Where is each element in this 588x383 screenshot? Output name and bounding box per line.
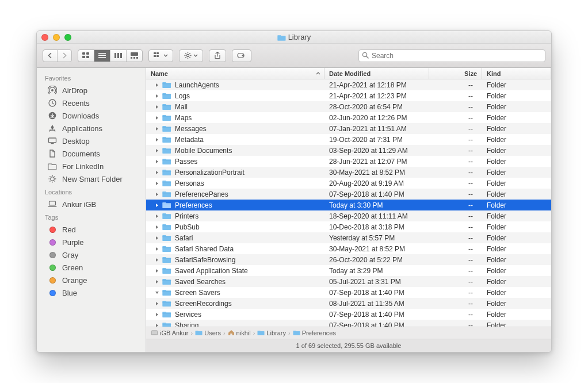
disclosure-triangle-icon[interactable] [154,214,160,219]
view-icons-button[interactable] [78,50,94,62]
disclosure-triangle-icon[interactable] [154,290,160,295]
sidebar-item[interactable]: Downloads [37,109,146,122]
action-button[interactable] [179,49,203,62]
file-row[interactable]: LaunchAgents21-Apr-2021 at 12:18 PM--Fol… [146,79,551,90]
file-row[interactable]: Personas20-Aug-2020 at 9:19 AM--Folder [146,178,551,189]
sidebar[interactable]: FavoritesAirDropRecentsDownloadsApplicat… [37,68,146,352]
search-input[interactable] [358,49,545,62]
file-kind: Folder [482,112,551,123]
disclosure-triangle-icon[interactable] [154,312,160,317]
file-row[interactable]: Services07-Sep-2018 at 1:40 PM--Folder [146,309,551,320]
titlebar[interactable]: Library [37,31,551,44]
svg-rect-0 [82,52,85,55]
file-row[interactable]: Printers18-Sep-2020 at 11:11 AM--Folder [146,210,551,221]
sidebar-item[interactable]: Applications [37,122,146,135]
file-row[interactable]: Maps02-Jun-2020 at 12:26 PM--Folder [146,112,551,123]
file-row[interactable]: PersonalizationPortrait30-May-2021 at 8:… [146,167,551,178]
sidebar-item[interactable]: Purple [37,236,146,248]
disclosure-triangle-icon[interactable] [154,94,160,98]
file-row[interactable]: Mobile Documents03-Sep-2020 at 11:29 AM-… [146,145,551,156]
tags-button[interactable] [232,49,251,62]
disclosure-triangle-icon[interactable] [154,105,160,109]
file-row[interactable]: Messages07-Jan-2021 at 11:51 AM--Folder [146,123,551,134]
sidebar-item[interactable]: AirDrop [37,84,146,97]
back-button[interactable] [43,50,58,62]
path-bar[interactable]: iGB Ankur›Users›nikhil›Library›Preferenc… [146,327,551,339]
file-row[interactable]: Sharing07-Sep-2018 at 1:40 PM--Folder [146,320,551,327]
file-list[interactable]: LaunchAgents21-Apr-2021 at 12:18 PM--Fol… [146,79,551,327]
disclosure-triangle-icon[interactable] [154,170,160,175]
column-kind[interactable]: Kind [482,68,551,79]
sidebar-item[interactable]: For LinkedIn [37,160,146,173]
path-segment[interactable]: Preferences [293,330,336,337]
file-size: -- [429,320,482,327]
minimize-button[interactable] [53,34,60,41]
disclosure-triangle-icon[interactable] [154,279,160,284]
disclosure-triangle-icon[interactable] [154,192,160,197]
zoom-button[interactable] [64,34,71,41]
column-date[interactable]: Date Modified [324,68,429,79]
sidebar-item[interactable]: Documents [37,147,146,160]
arrange-button[interactable] [148,49,173,62]
svg-line-23 [185,53,186,53]
file-row[interactable]: Safari Shared Data30-May-2021 at 8:52 PM… [146,243,551,254]
file-row[interactable]: Metadata19-Oct-2020 at 7:31 PM--Folder [146,134,551,145]
disclosure-triangle-icon[interactable] [154,203,160,208]
file-date: 30-May-2021 at 8:52 PM [324,167,429,178]
sidebar-item-label: Red [62,225,76,234]
sidebar-item[interactable]: Orange [37,274,146,286]
file-size: -- [429,90,482,101]
file-row[interactable]: SafariSafeBrowsing26-Oct-2020 at 5:22 PM… [146,254,551,265]
file-row[interactable]: PreferencePanes07-Sep-2018 at 1:40 PM--F… [146,189,551,200]
disclosure-triangle-icon[interactable] [154,247,160,251]
disclosure-triangle-icon[interactable] [154,236,160,240]
view-list-button[interactable] [94,50,110,62]
file-date: 10-Dec-2018 at 3:18 PM [324,221,429,232]
file-name: Messages [175,125,207,133]
file-row[interactable]: ScreenRecordings08-Jul-2021 at 11:35 AM-… [146,298,551,309]
sidebar-item[interactable]: Ankur iGB [37,198,146,210]
sidebar-item[interactable]: Green [37,261,146,274]
file-kind: Folder [482,167,551,178]
folder-icon [162,311,171,318]
share-button[interactable] [209,49,226,62]
smart-icon [47,174,58,183]
view-gallery-button[interactable] [127,50,142,62]
file-row[interactable]: Saved Application StateToday at 3:29 PM-… [146,265,551,276]
disclosure-triangle-icon[interactable] [154,148,160,153]
column-name[interactable]: Name [146,68,324,79]
sidebar-item[interactable]: New Smart Folder [37,173,146,185]
forward-button[interactable] [58,50,71,62]
disclosure-triangle-icon[interactable] [154,159,160,164]
path-segment[interactable]: Library [257,330,286,337]
sidebar-item[interactable]: Recents [37,97,146,109]
path-segment[interactable]: nikhil [228,330,251,337]
file-row[interactable]: Mail28-Oct-2020 at 6:54 PM--Folder [146,101,551,112]
disclosure-triangle-icon[interactable] [154,269,160,273]
path-segment[interactable]: iGB Ankur [151,330,189,337]
column-size[interactable]: Size [429,68,482,79]
view-columns-button[interactable] [110,50,127,62]
file-row[interactable]: Screen Savers07-Sep-2018 at 1:40 PM--Fol… [146,287,551,298]
file-row[interactable]: Saved Searches05-Jul-2021 at 3:31 PM--Fo… [146,276,551,287]
path-segment[interactable]: Users [195,330,221,337]
disclosure-triangle-icon[interactable] [154,181,160,186]
disclosure-triangle-icon[interactable] [154,225,160,229]
disclosure-triangle-icon[interactable] [154,127,160,131]
disclosure-triangle-icon[interactable] [154,116,160,120]
sidebar-item[interactable]: Red [37,223,146,236]
sidebar-item[interactable]: Desktop [37,135,146,147]
sidebar-item[interactable]: Blue [37,286,146,299]
sidebar-item[interactable]: Gray [37,248,146,261]
file-row[interactable]: PubSub10-Dec-2018 at 3:18 PM--Folder [146,221,551,232]
file-row[interactable]: PreferencesToday at 3:30 PM--Folder [146,200,551,210]
file-row[interactable]: Passes28-Jun-2021 at 12:07 PM--Folder [146,156,551,167]
disclosure-triangle-icon[interactable] [154,137,160,142]
search-field-wrap [358,49,545,62]
disclosure-triangle-icon[interactable] [154,301,160,306]
file-row[interactable]: Logs21-Apr-2021 at 12:23 PM--Folder [146,90,551,101]
disclosure-triangle-icon[interactable] [154,258,160,262]
file-row[interactable]: SafariYesterday at 5:57 PM--Folder [146,232,551,243]
disclosure-triangle-icon[interactable] [154,83,160,87]
close-button[interactable] [41,34,48,41]
